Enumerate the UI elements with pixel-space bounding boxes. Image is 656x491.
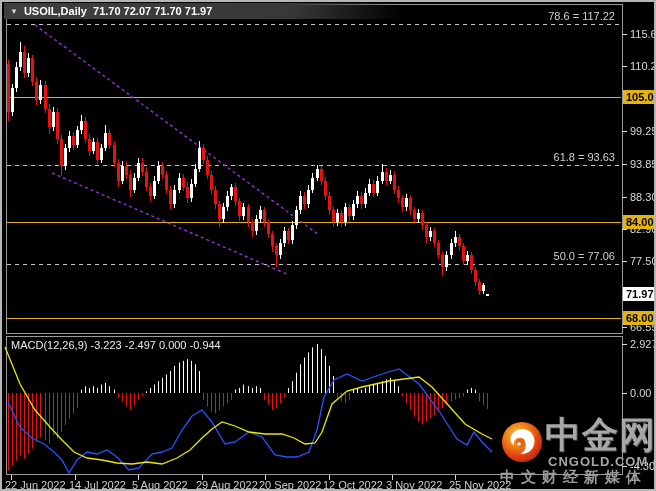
chart-menu-arrow-icon[interactable]: ▼: [10, 4, 18, 20]
watermark-tagline: 中文财经新媒体: [500, 468, 647, 487]
chart-symbol-timeframe: USOIL,Daily: [24, 5, 87, 17]
cngold-logo-icon: [501, 421, 543, 463]
watermark-brand: 中金网: [545, 416, 656, 454]
macd-indicator-label: MACD(12,26,9) -3.223 -2.497 0.000 -0.944: [11, 339, 221, 351]
watermark-domain: CNGOLD.COM.CN: [548, 454, 656, 469]
chart-ohlc-quote: 71.70 72.07 71.70 71.97: [93, 5, 212, 17]
cngold-watermark: 中金网 CNGOLD.COM.CN 中文财经新媒体: [499, 419, 656, 485]
mt4-chart-window: ▼USOIL,Daily 71.70 72.07 71.70 71.97 MAC…: [0, 0, 656, 491]
chart-title-bar[interactable]: ▼USOIL,Daily 71.70 72.07 71.70 71.97: [4, 3, 404, 19]
